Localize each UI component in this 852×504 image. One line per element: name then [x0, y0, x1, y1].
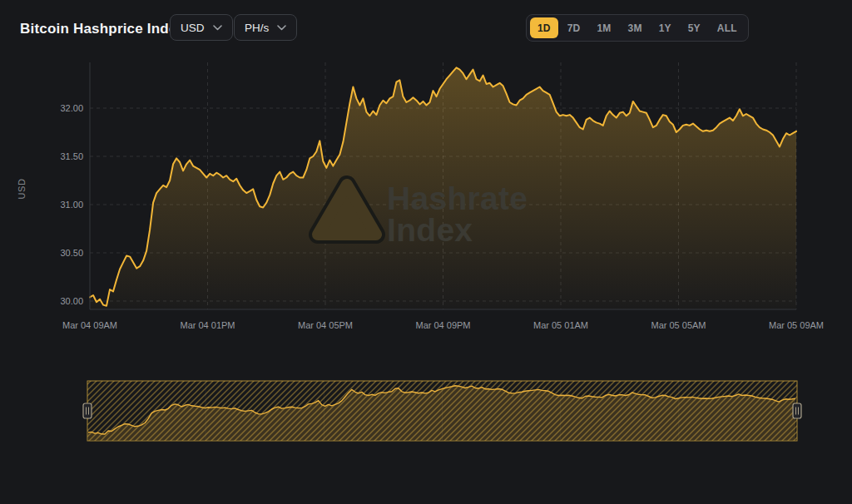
- range-button-all[interactable]: ALL: [710, 17, 745, 38]
- x-tick-label: Mar 04 05PM: [298, 320, 353, 330]
- navigator: [83, 381, 801, 441]
- navigator-right-handle[interactable]: [793, 403, 801, 418]
- currency-dropdown-value: USD: [181, 22, 205, 34]
- x-tick-label: Mar 05 05AM: [651, 320, 706, 330]
- y-tick-label: 31.00: [60, 200, 83, 210]
- navigator-selected-range[interactable]: [87, 381, 797, 441]
- x-tick-label: Mar 04 09PM: [415, 320, 470, 330]
- navigator-left-handle[interactable]: [83, 403, 92, 418]
- y-tick-label: 30.50: [60, 248, 83, 258]
- range-button-1d[interactable]: 1D: [530, 17, 558, 38]
- x-tick-label: Mar 04 01PM: [180, 320, 235, 330]
- plot-area[interactable]: [90, 62, 796, 309]
- unit-dropdown-value: PH/s: [245, 22, 269, 34]
- chart-header: Bitcoin Hashprice Index USD PH/s 1D7D1M3…: [0, 0, 852, 50]
- y-tick-label: 30.00: [60, 296, 83, 306]
- y-tick-label: 31.50: [60, 151, 83, 161]
- currency-dropdown[interactable]: USD: [170, 14, 233, 41]
- x-tick-label: Mar 05 09AM: [769, 320, 824, 330]
- chevron-down-icon: [277, 25, 286, 31]
- y-axis-title: USD: [17, 179, 27, 200]
- range-button-1y[interactable]: 1Y: [651, 17, 679, 38]
- range-button-3m[interactable]: 3M: [621, 17, 650, 38]
- x-tick-label: Mar 04 09AM: [62, 320, 117, 330]
- range-button-1m[interactable]: 1M: [590, 17, 619, 38]
- range-button-5y[interactable]: 5Y: [681, 17, 708, 38]
- y-tick-label: 32.00: [60, 103, 83, 113]
- unit-dropdown[interactable]: PH/s: [234, 14, 297, 41]
- hashprice-chart: Hashrate Index 32.0031.5031.0030.5030.00…: [0, 0, 852, 504]
- chevron-down-icon: [213, 25, 222, 31]
- range-button-7d[interactable]: 7D: [560, 17, 588, 38]
- time-range-button-group: 1D7D1M3M1Y5YALL: [526, 14, 749, 42]
- x-tick-label: Mar 05 01AM: [533, 320, 588, 330]
- page-title: Bitcoin Hashprice Index: [20, 21, 185, 37]
